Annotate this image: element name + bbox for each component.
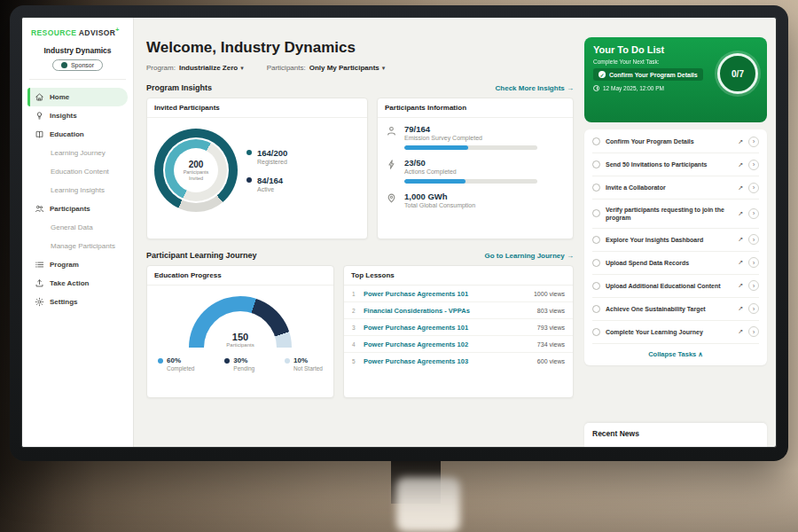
chevron-right-icon[interactable]: › xyxy=(748,257,759,268)
participants-information-card: Participants Information 79/164 Emission… xyxy=(377,98,574,239)
external-link-icon: ↗ xyxy=(738,305,743,312)
sidebar-item-education[interactable]: Education xyxy=(27,125,128,144)
lesson-link[interactable]: Power Purchase Agreements 103 xyxy=(364,357,531,365)
sidebar-item-label: Insights xyxy=(50,112,77,120)
logo-plus: + xyxy=(115,27,120,33)
invited-donut-chart: 200 Participants Invited xyxy=(154,129,238,212)
task-row-complete-learning-journey[interactable]: Complete Your Learning Journey ↗ › xyxy=(592,321,759,344)
collapse-tasks-link[interactable]: Collapse Tasks ∧ xyxy=(592,344,759,364)
task-checkbox[interactable] xyxy=(592,184,600,192)
logo-text-advisor: ADVISOR xyxy=(79,28,116,37)
sidebar-item-take-action[interactable]: Take Action xyxy=(27,274,128,293)
go-to-learning-journey-link[interactable]: Go to Learning Journey → xyxy=(485,252,574,260)
lesson-views: 600 views xyxy=(537,358,565,364)
chevron-right-icon[interactable]: › xyxy=(748,160,759,170)
task-checkbox[interactable] xyxy=(592,328,600,336)
lesson-views: 734 views xyxy=(537,341,565,348)
gear-icon xyxy=(35,297,44,307)
task-checkbox[interactable] xyxy=(592,236,600,244)
sidebar-item-general-data[interactable]: General Data xyxy=(27,218,128,237)
lesson-row[interactable]: 4 Power Purchase Agreements 102 734 view… xyxy=(344,336,573,353)
sidebar-item-program[interactable]: Program xyxy=(27,255,128,274)
logo-text-resource: RESOURCE xyxy=(31,28,76,37)
education-progress-title: Education Progress xyxy=(147,266,333,286)
lesson-link[interactable]: Power Purchase Agreements 101 xyxy=(364,324,531,332)
sidebar-item-insights[interactable]: Insights xyxy=(27,106,128,125)
task-row-upload-educational-content[interactable]: Upload Additional Educational Content ↗ … xyxy=(592,275,759,298)
task-checkbox[interactable] xyxy=(592,305,600,313)
sponsor-badge[interactable]: Sponsor xyxy=(52,59,103,71)
legend-completed: 60% Completed xyxy=(158,356,194,372)
sidebar-item-participants[interactable]: Participants xyxy=(27,200,128,218)
app-logo: RESOURCE ADVISOR+ xyxy=(27,27,128,37)
main-content: Welcome, Industry Dynamics Program:Indus… xyxy=(134,18,583,447)
todo-progress-ring: 0/7 xyxy=(717,53,758,94)
page-title: Welcome, Industry Dynamics xyxy=(146,39,574,57)
external-link-icon: ↗ xyxy=(738,210,743,217)
task-row-achieve-target[interactable]: Achieve One Sustainability Target ↗ › xyxy=(592,298,759,321)
task-row-verify-participants[interactable]: Verify participants requesting to join t… xyxy=(592,200,759,229)
recent-news-card: Recent News xyxy=(584,423,767,447)
check-more-insights-link[interactable]: Check More Insights → xyxy=(496,84,574,92)
lesson-row[interactable]: 3 Power Purchase Agreements 101 793 view… xyxy=(344,319,573,336)
gauge-center-value: 150 xyxy=(189,332,292,342)
lesson-row[interactable]: 2 Financial Considerations - VPPAs 803 v… xyxy=(344,302,573,319)
sidebar-item-manage-participants[interactable]: Manage Participants xyxy=(27,237,128,255)
org-name: Industry Dynamics xyxy=(27,46,128,55)
chevron-right-icon[interactable]: › xyxy=(748,303,759,314)
lesson-views: 803 views xyxy=(537,308,565,314)
lesson-link[interactable]: Power Purchase Agreements 102 xyxy=(364,340,531,348)
participants-filter[interactable]: Participants:Only My Participants▾ xyxy=(267,64,386,72)
chevron-right-icon[interactable]: › xyxy=(748,326,759,337)
chevron-right-icon[interactable]: › xyxy=(748,280,759,291)
sidebar: RESOURCE ADVISOR+ Industry Dynamics Spon… xyxy=(22,18,134,447)
education-progress-card: Education Progress 150 Participants xyxy=(146,265,334,398)
task-checkbox[interactable] xyxy=(592,160,600,168)
task-row-upload-spend-data[interactable]: Upload Spend Data Records ↗ › xyxy=(592,252,759,275)
participants-information-title: Participants Information xyxy=(378,98,573,118)
monitor-bezel: RESOURCE ADVISOR+ Industry Dynamics Spon… xyxy=(10,5,788,461)
chevron-right-icon[interactable]: › xyxy=(748,137,759,147)
lightbulb-icon xyxy=(35,111,44,121)
lesson-views: 793 views xyxy=(537,325,565,331)
person-icon xyxy=(387,124,397,150)
lesson-row[interactable]: 1 Power Purchase Agreements 101 1000 vie… xyxy=(344,286,573,302)
external-link-icon: ↗ xyxy=(738,138,743,145)
task-checkbox[interactable] xyxy=(592,137,600,145)
sidebar-item-home[interactable]: Home xyxy=(27,88,128,106)
chevron-right-icon[interactable]: › xyxy=(748,183,759,193)
sidebar-item-education-content[interactable]: Education Content xyxy=(27,162,128,181)
task-checkbox[interactable] xyxy=(592,259,600,267)
task-checkbox[interactable] xyxy=(592,209,600,217)
chevron-right-icon[interactable]: › xyxy=(748,208,759,219)
lesson-link[interactable]: Financial Considerations - VPPAs xyxy=(364,307,531,315)
scene-background: RESOURCE ADVISOR+ Industry Dynamics Spon… xyxy=(0,0,798,532)
task-row-confirm-program[interactable]: Confirm Your Program Details ↗ › xyxy=(592,130,759,153)
emission-progress-bar xyxy=(404,145,537,150)
program-filter[interactable]: Program:Industrialize Zero▾ xyxy=(146,64,244,72)
sidebar-item-label: Learning Insights xyxy=(51,186,105,194)
sponsor-icon xyxy=(61,62,67,68)
task-row-invite-collaborator[interactable]: Invite a Collaborator ↗ › xyxy=(592,176,759,200)
sidebar-item-learning-journey[interactable]: Learning Journey xyxy=(27,144,128,162)
sidebar-item-settings[interactable]: Settings xyxy=(27,293,128,311)
chevron-right-icon[interactable]: › xyxy=(748,234,759,245)
external-link-icon: ↗ xyxy=(738,184,743,192)
task-row-explore-insights[interactable]: Explore Your Insights Dashboard ↗ › xyxy=(592,229,759,252)
lesson-row[interactable]: 5 Power Purchase Agreements 103 600 view… xyxy=(344,353,573,369)
task-row-send-invitations[interactable]: Send 50 Invitations to Participants ↗ › xyxy=(592,153,759,176)
legend-registered: 164/200 Registered xyxy=(246,148,287,165)
caret-up-icon: ∧ xyxy=(698,350,703,358)
task-checkbox[interactable] xyxy=(592,282,600,290)
program-filter-value: Industrialize Zero xyxy=(179,64,238,72)
chevron-down-icon: ▾ xyxy=(382,65,386,71)
learning-journey-title: Participant Learning Journey xyxy=(146,251,257,260)
todo-next-task[interactable]: ✓ Confirm Your Program Details xyxy=(593,68,703,81)
external-link-icon: ↗ xyxy=(738,161,743,168)
sidebar-item-learning-insights[interactable]: Learning Insights xyxy=(27,181,128,200)
sidebar-item-label: Settings xyxy=(50,298,78,306)
arrow-right-icon: → xyxy=(567,84,574,92)
sidebar-divider xyxy=(29,79,126,80)
lightning-icon xyxy=(387,158,397,184)
lesson-link[interactable]: Power Purchase Agreements 101 xyxy=(364,290,528,298)
